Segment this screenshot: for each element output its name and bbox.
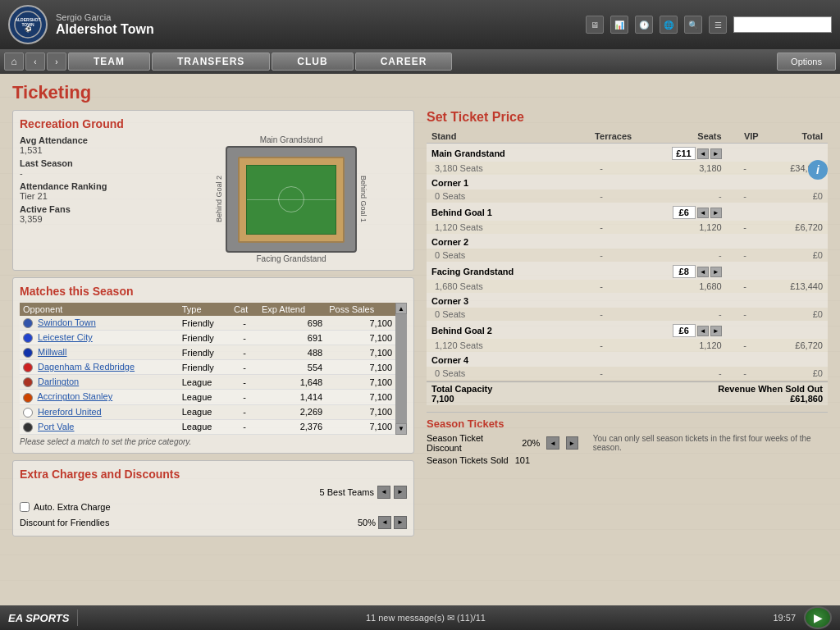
discount-value: 50% — [358, 518, 376, 527]
price-value: £8 — [673, 265, 696, 278]
price-left-button[interactable]: ◄ — [697, 208, 709, 218]
table-row[interactable]: Dagenham & Redbridge Friendly - 554 7,10… — [20, 360, 395, 375]
sold-row: Season Tickets Sold 101 — [427, 455, 828, 465]
tab-transfers[interactable]: TRANSFERS — [152, 52, 270, 71]
stand-total: £0 — [764, 189, 828, 203]
price-left-button[interactable]: ◄ — [697, 148, 709, 159]
chart-icon[interactable]: 📊 — [610, 16, 628, 34]
table-row[interactable]: Darlington League - 1,648 7,100 — [20, 375, 395, 390]
best-teams-right-button[interactable]: ► — [394, 486, 407, 499]
price-right-button[interactable]: ► — [710, 208, 722, 218]
match-exp: 2,376 — [258, 419, 326, 434]
stand-name: Corner 2 — [427, 234, 566, 249]
match-exp: 554 — [258, 360, 326, 375]
match-poss: 7,100 — [326, 390, 395, 404]
stand-header-row: Behind Goal 2 £6 ◄ ► — [427, 321, 828, 339]
pitch — [246, 165, 336, 235]
manager-name: Sergio Garcia — [56, 12, 578, 22]
match-cat: - — [231, 331, 258, 345]
stand-sub-row: 0 Seats - - - £0 — [427, 308, 828, 321]
avg-attendance-label: Avg Attendance — [20, 135, 167, 145]
stand-total: £6,720 — [764, 339, 828, 352]
match-opponent: Dagenham & Redbridge — [20, 360, 179, 375]
matches-table-container: Opponent Type Cat Exp Attend Poss Sales … — [20, 303, 407, 435]
svg-text:⚽: ⚽ — [25, 25, 32, 33]
price-left-button[interactable]: ◄ — [697, 326, 709, 336]
match-type: League — [179, 375, 231, 390]
options-button[interactable]: Options — [777, 52, 836, 71]
match-opponent: Accrington Stanley — [20, 390, 179, 404]
table-row[interactable]: Hereford United League - 2,269 7,100 — [20, 404, 395, 419]
best-teams-left-button[interactable]: ◄ — [377, 486, 390, 499]
stand-name: Corner 3 — [427, 293, 566, 308]
match-poss: 7,100 — [326, 419, 395, 434]
match-cat: - — [231, 390, 258, 404]
col-opponent: Opponent — [20, 303, 179, 316]
stand-name: Corner 1 — [427, 175, 566, 189]
avg-attendance-value: 1,531 — [20, 145, 167, 155]
price-right-button[interactable]: ► — [710, 326, 722, 336]
price-right-button[interactable]: ► — [710, 148, 722, 159]
table-row[interactable]: Accrington Stanley League - 1,414 7,100 — [20, 390, 395, 404]
facing-grandstand-label: Facing Grandstand — [256, 254, 326, 263]
table-row[interactable]: Leicester City Friendly - 691 7,100 — [20, 331, 395, 345]
stand-sub-row: 3,180 Seats - 3,180 - £34,980 — [427, 162, 828, 175]
scroll-down-button[interactable]: ▼ — [395, 423, 407, 435]
scroll-up-button[interactable]: ▲ — [395, 303, 407, 314]
match-exp: 2,269 — [258, 404, 326, 419]
seats-label: 3,180 Seats — [427, 162, 566, 175]
stand-header-row: Corner 2 — [427, 234, 828, 249]
globe-icon[interactable]: 🌐 — [660, 16, 678, 34]
menu-icon[interactable]: ☰ — [709, 16, 727, 34]
statusbar-divider — [77, 609, 78, 626]
price-left-button[interactable]: ◄ — [697, 267, 709, 277]
tab-team[interactable]: TEAM — [68, 52, 150, 71]
discount-right-button[interactable]: ► — [394, 516, 407, 529]
table-row[interactable]: Swindon Town Friendly - 698 7,100 — [20, 316, 395, 331]
match-type: Friendly — [179, 316, 231, 331]
search-input[interactable] — [733, 16, 832, 33]
match-poss: 7,100 — [326, 360, 395, 375]
stand-header-row: Facing Grandstand £8 ◄ ► — [427, 262, 828, 280]
clock-icon[interactable]: 🕐 — [635, 16, 653, 34]
stadium-inner — [238, 157, 345, 243]
matches-section: Matches this Season Opponent Type Cat Ex… — [12, 277, 414, 454]
messages-text: 11 new message(s) — [366, 613, 445, 623]
last-season-label: Last Season — [20, 158, 167, 168]
season-discount-left-button[interactable]: ◄ — [546, 436, 559, 450]
match-cat: - — [231, 375, 258, 390]
navbar: ⌂ ‹ › TEAM TRANSFERS CLUB CAREER Options — [0, 49, 840, 74]
match-opponent: Hereford United — [20, 404, 179, 419]
tier-value: Tier 21 — [20, 191, 167, 201]
search-icon[interactable]: 🔍 — [684, 16, 702, 34]
match-exp: 1,648 — [258, 375, 326, 390]
forward-button[interactable]: › — [47, 52, 66, 71]
th-terraces: Terraces — [566, 130, 637, 144]
active-fans-label: Active Fans — [20, 204, 167, 214]
extra-charges-title: Extra Charges and Discounts — [20, 468, 407, 481]
action-button[interactable]: ▶ — [804, 606, 832, 629]
match-type: League — [179, 404, 231, 419]
th-vip: VIP — [727, 130, 764, 144]
table-row[interactable]: Millwall Friendly - 488 7,100 — [20, 345, 395, 360]
behind-goal-1-label: Behind Goal 1 — [359, 176, 368, 222]
col-type: Type — [179, 303, 231, 316]
back-button[interactable]: ‹ — [25, 52, 45, 71]
price-right-button[interactable]: ► — [710, 267, 722, 277]
table-row[interactable]: Port Vale League - 2,376 7,100 — [20, 419, 395, 434]
home-button[interactable]: ⌂ — [4, 52, 24, 71]
price-value: £11 — [672, 147, 695, 160]
status-messages: 11 new message(s) ✉ (11)/11 — [86, 613, 765, 623]
match-exp: 691 — [258, 331, 326, 345]
page-title: Ticketing — [12, 82, 828, 103]
season-discount-right-button[interactable]: ► — [566, 436, 578, 450]
tab-career[interactable]: CAREER — [355, 52, 453, 71]
tab-club[interactable]: CLUB — [272, 52, 353, 71]
monitor-icon[interactable]: 🖥 — [586, 16, 604, 34]
stand-header-row: Behind Goal 1 £6 ◄ ► — [427, 203, 828, 221]
auto-charge-checkbox[interactable] — [20, 502, 30, 512]
discount-left-button[interactable]: ◄ — [378, 516, 391, 529]
info-icon[interactable]: i — [808, 160, 828, 180]
stand-header-row: Corner 1 — [427, 175, 828, 189]
mail-count: (11)/11 — [457, 613, 486, 623]
